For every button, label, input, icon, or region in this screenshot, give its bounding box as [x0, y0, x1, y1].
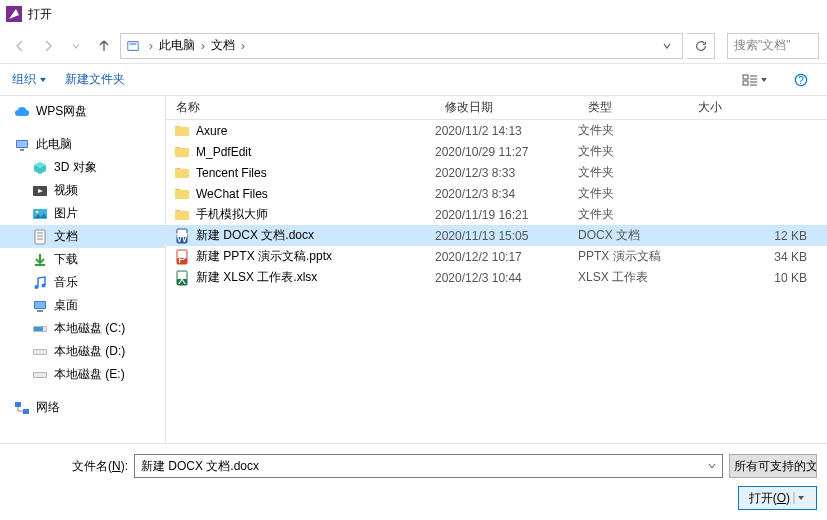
search-placeholder: 搜索"文档" [734, 37, 791, 54]
file-name: Tencent Files [196, 166, 267, 180]
search-input[interactable]: 搜索"文档" [727, 33, 819, 59]
file-name: Axure [196, 124, 227, 138]
file-row[interactable]: X新建 XLSX 工作表.xlsx2020/12/3 10:44XLSX 工作表… [166, 267, 827, 288]
file-name: 新建 XLSX 工作表.xlsx [196, 269, 317, 286]
chevron-right-icon: › [237, 39, 249, 53]
file-type: 文件夹 [578, 185, 688, 202]
downloads-icon [32, 252, 48, 268]
sidebar-item-3d[interactable]: 3D 对象 [0, 156, 165, 179]
sidebar: WPS网盘 此电脑 3D 对象视频图片文档下载音乐桌面本地磁盘 (C:)本地磁盘… [0, 96, 166, 443]
sidebar-item-pictures[interactable]: 图片 [0, 202, 165, 225]
folder-icon [174, 186, 190, 202]
drive-e-icon [32, 367, 48, 383]
file-name: WeChat Files [196, 187, 268, 201]
file-name: M_PdfEdit [196, 145, 251, 159]
filename-input[interactable]: 新建 DOCX 文档.docx [134, 454, 723, 478]
sidebar-item-drive-e[interactable]: 本地磁盘 (E:) [0, 363, 165, 386]
file-type: XLSX 工作表 [578, 269, 688, 286]
file-type: PPTX 演示文稿 [578, 248, 688, 265]
monitor-icon [14, 137, 30, 153]
sidebar-item-label: 桌面 [54, 297, 78, 314]
breadcrumb-item[interactable]: 文档 [209, 37, 237, 54]
column-header-date[interactable]: 修改日期 [435, 96, 578, 119]
file-size: 10 KB [688, 271, 827, 285]
sidebar-item-documents[interactable]: 文档 [0, 225, 165, 248]
file-panel: 名称 修改日期 类型 大小 Axure2020/11/2 14:13文件夹M_P… [166, 96, 827, 443]
sidebar-item-downloads[interactable]: 下载 [0, 248, 165, 271]
folder-icon [174, 207, 190, 223]
sidebar-item-label: 下载 [54, 251, 78, 268]
sidebar-item-label: 网络 [36, 399, 60, 416]
sidebar-item-label: 本地磁盘 (D:) [54, 343, 125, 360]
pptx-icon: P [174, 249, 190, 265]
column-header-size[interactable]: 大小 [688, 96, 827, 119]
file-row[interactable]: WeChat Files2020/12/3 8:34文件夹 [166, 183, 827, 204]
sidebar-item-wps[interactable]: WPS网盘 [0, 100, 165, 123]
organize-menu[interactable]: 组织 [12, 71, 47, 88]
documents-icon [32, 229, 48, 245]
breadcrumb-root-icon [125, 38, 141, 54]
chevron-right-icon: › [197, 39, 209, 53]
split-dropdown-icon [792, 491, 806, 505]
sidebar-item-label: 图片 [54, 205, 78, 222]
view-options-button[interactable] [741, 69, 769, 91]
file-row[interactable]: Axure2020/11/2 14:13文件夹 [166, 120, 827, 141]
nav-up-button[interactable] [92, 34, 116, 58]
nav-recent-dropdown [64, 34, 88, 58]
file-type: 文件夹 [578, 143, 688, 160]
svg-rect-32 [34, 350, 46, 354]
file-row[interactable]: M_PdfEdit2020/10/29 11:27文件夹 [166, 141, 827, 162]
svg-text:P: P [178, 252, 186, 265]
file-row[interactable]: Tencent Files2020/12/3 8:33文件夹 [166, 162, 827, 183]
svg-rect-2 [130, 43, 137, 44]
title-bar: 打开 [0, 0, 827, 28]
sidebar-item-label: 本地磁盘 (E:) [54, 366, 125, 383]
sidebar-item-this-pc[interactable]: 此电脑 [0, 133, 165, 156]
3d-icon [32, 160, 48, 176]
file-date: 2020/12/3 10:44 [435, 271, 578, 285]
sidebar-item-drive-c[interactable]: 本地磁盘 (C:) [0, 317, 165, 340]
chevron-right-icon: › [145, 39, 157, 53]
file-size: 12 KB [688, 229, 827, 243]
nav-back-button [8, 34, 32, 58]
svg-rect-17 [35, 230, 45, 244]
sidebar-item-drive-d[interactable]: 本地磁盘 (D:) [0, 340, 165, 363]
file-date: 2020/11/2 14:13 [435, 124, 578, 138]
file-type: 文件夹 [578, 164, 688, 181]
app-icon [6, 6, 22, 22]
sidebar-item-videos[interactable]: 视频 [0, 179, 165, 202]
column-header-name[interactable]: 名称 [166, 96, 435, 119]
sidebar-item-music[interactable]: 音乐 [0, 271, 165, 294]
svg-text:?: ? [798, 73, 804, 85]
sidebar-item-desktop[interactable]: 桌面 [0, 294, 165, 317]
breadcrumb-dropdown-icon[interactable] [656, 41, 678, 51]
file-row[interactable]: W新建 DOCX 文档.docx2020/11/13 15:05DOCX 文档1… [166, 225, 827, 246]
breadcrumb-item[interactable]: 此电脑 [157, 37, 197, 54]
column-headers: 名称 修改日期 类型 大小 [166, 96, 827, 120]
file-date: 2020/11/19 16:21 [435, 208, 578, 222]
filetype-select[interactable]: 所有可支持的文 [729, 454, 817, 478]
new-folder-button[interactable]: 新建文件夹 [65, 71, 125, 88]
nav-bar: › 此电脑 › 文档 › 搜索"文档" [0, 28, 827, 64]
svg-rect-36 [23, 409, 29, 414]
svg-rect-27 [37, 310, 43, 312]
svg-rect-41 [175, 211, 189, 220]
svg-point-16 [36, 210, 39, 213]
svg-point-23 [42, 283, 46, 287]
refresh-button[interactable] [687, 33, 715, 59]
file-row[interactable]: 手机模拟大师2020/11/19 16:21文件夹 [166, 204, 827, 225]
help-button[interactable]: ? [787, 69, 815, 91]
open-button[interactable]: 打开(O) [738, 486, 817, 510]
dropdown-icon [708, 462, 716, 470]
sidebar-item-label: 音乐 [54, 274, 78, 291]
svg-rect-40 [175, 190, 189, 199]
breadcrumb-bar[interactable]: › 此电脑 › 文档 › [120, 33, 683, 59]
xlsx-icon: X [174, 270, 190, 286]
filename-value: 新建 DOCX 文档.docx [141, 458, 259, 475]
file-size: 34 KB [688, 250, 827, 264]
file-row[interactable]: P新建 PPTX 演示文稿.pptx2020/12/2 10:17PPTX 演示… [166, 246, 827, 267]
videos-icon [32, 183, 48, 199]
sidebar-item-network[interactable]: 网络 [0, 396, 165, 419]
column-header-type[interactable]: 类型 [578, 96, 688, 119]
sidebar-item-label: 本地磁盘 (C:) [54, 320, 125, 337]
